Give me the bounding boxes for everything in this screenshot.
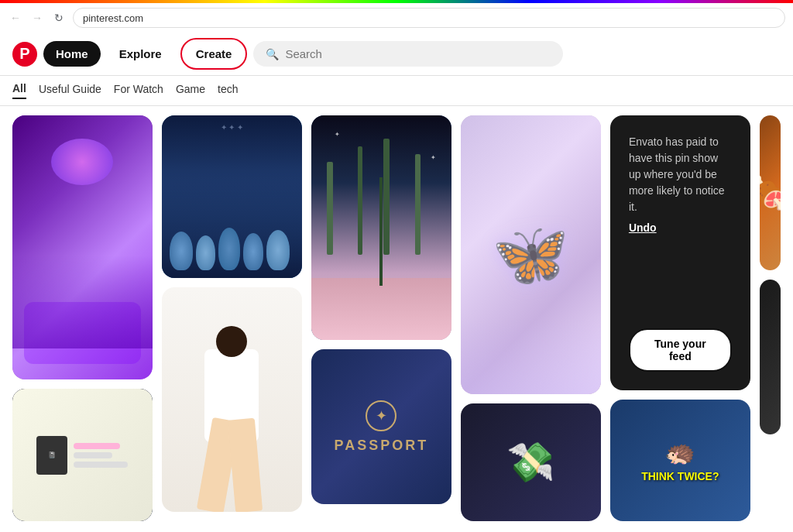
- pin-card-person[interactable]: [162, 287, 302, 512]
- pin-card-food-partial[interactable]: 🍖: [760, 115, 781, 270]
- pin-card-envato[interactable]: Envato has paid to have this pin show up…: [610, 115, 750, 390]
- pin-card-money[interactable]: 💸: [461, 403, 601, 521]
- pin-col-4: 🦋 💸: [461, 115, 601, 521]
- address-bar[interactable]: pinterest.com: [73, 8, 785, 28]
- pin-card-butterfly[interactable]: 🦋: [461, 115, 601, 394]
- forward-button[interactable]: →: [29, 10, 45, 26]
- browser-toolbar: ← → ↻ pinterest.com: [0, 3, 793, 33]
- pin-card-dark-partial[interactable]: [760, 280, 781, 434]
- browser-chrome: ← → ↻ pinterest.com: [0, 0, 793, 33]
- url-text: pinterest.com: [83, 12, 143, 24]
- create-nav-button[interactable]: Create: [182, 39, 246, 68]
- tune-feed-button[interactable]: Tune your feed: [629, 328, 732, 372]
- pin-card-snow-trees[interactable]: ✦ ✦: [311, 115, 451, 340]
- search-bar[interactable]: 🔍: [253, 41, 563, 67]
- explore-nav-button[interactable]: Explore: [107, 41, 174, 67]
- pin-card-purple-room[interactable]: [12, 115, 153, 379]
- pin-card-sonic[interactable]: 🦔 THINK TWICE?: [610, 400, 750, 521]
- pin-card-blue-flowers[interactable]: ✦ ✦ ✦: [162, 115, 302, 278]
- category-tabs: All Useful Guide For Watch Game tech: [0, 76, 793, 106]
- back-button[interactable]: ←: [8, 10, 23, 26]
- think-twice-text: THINK TWICE?: [641, 470, 719, 482]
- logo-text: P: [19, 45, 29, 63]
- pin-grid: 📓: [0, 106, 793, 530]
- tab-tech[interactable]: tech: [218, 83, 238, 98]
- pin-col-2: ✦ ✦ ✦: [162, 115, 302, 521]
- search-icon: 🔍: [266, 48, 279, 60]
- passport-text: PASSPORT: [335, 438, 429, 454]
- pin-card-passport[interactable]: ✦ PASSPORT: [311, 349, 451, 504]
- tab-all[interactable]: All: [12, 82, 26, 99]
- search-input[interactable]: [285, 47, 551, 60]
- pin-col-1: 📓: [12, 115, 153, 521]
- home-nav-button[interactable]: Home: [43, 41, 101, 67]
- tab-for-watch[interactable]: For Watch: [114, 83, 163, 98]
- pin-col-6: 🍖: [760, 115, 781, 521]
- pin-col-3: ✦ ✦ ✦ PASSPORT: [311, 115, 451, 521]
- envato-body-text: Envato has paid to have this pin show up…: [629, 134, 732, 215]
- pinterest-header: P Home Explore Create 🔍: [0, 33, 793, 76]
- pinterest-logo[interactable]: P: [12, 42, 37, 67]
- tab-useful-guide[interactable]: Useful Guide: [39, 83, 101, 98]
- tab-game[interactable]: Game: [176, 83, 205, 98]
- undo-button[interactable]: Undo: [629, 215, 657, 240]
- pin-col-5: Envato has paid to have this pin show up…: [610, 115, 750, 521]
- pin-card-notebook[interactable]: 📓: [12, 389, 153, 521]
- reload-button[interactable]: ↻: [51, 10, 67, 26]
